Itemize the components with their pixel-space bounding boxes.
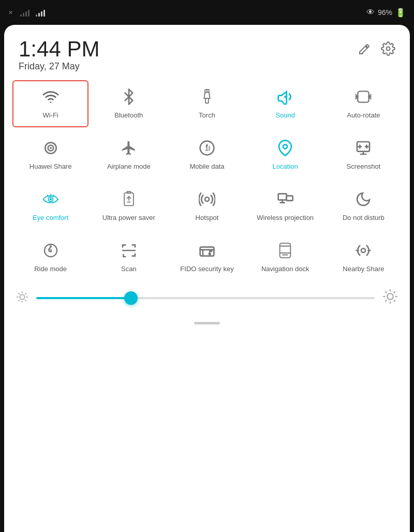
battery-percent: 96%	[378, 8, 392, 17]
svg-text:1l: 1l	[205, 145, 210, 152]
svg-line-68	[386, 300, 387, 301]
brightness-max-icon	[383, 289, 397, 307]
do-not-disturb-label: Do not disturb	[343, 214, 385, 223]
do-not-disturb-icon	[355, 190, 372, 209]
status-bar-left: ✕	[8, 8, 45, 17]
svg-line-69	[394, 292, 395, 293]
tile-nav-dock[interactable]: Navigation dock	[247, 234, 323, 281]
row-divider-3	[4, 230, 410, 234]
mobile-data-icon: 1l	[199, 139, 215, 157]
huawei-share-icon	[42, 139, 59, 157]
eye-comfort-label: Eye comfort	[33, 214, 68, 223]
hotspot-icon	[199, 190, 215, 209]
header-icons	[358, 37, 395, 59]
battery-icon: 🔋	[395, 8, 406, 18]
tile-sound[interactable]: Sound	[247, 80, 323, 127]
svg-point-49	[361, 248, 365, 253]
settings-icon[interactable]	[381, 41, 395, 59]
svg-point-12	[50, 147, 52, 149]
svg-point-52	[20, 294, 24, 299]
svg-line-56	[25, 300, 26, 301]
tile-huawei-share[interactable]: Huawei Share	[12, 131, 88, 179]
tile-location[interactable]: Location	[247, 131, 323, 179]
svg-rect-4	[205, 98, 209, 103]
nav-dock-icon	[277, 241, 293, 260]
svg-rect-45	[280, 243, 291, 258]
svg-point-2	[50, 102, 51, 104]
ultra-power-label: Ultra power saver	[102, 214, 155, 223]
svg-line-60	[25, 293, 26, 294]
signal-bars	[36, 8, 45, 17]
hotspot-label: Hotspot	[196, 214, 219, 223]
tiles-row-2: Huawei Share Airplane mode 1l	[4, 131, 410, 179]
tiles-row-3: Eye comfort Ultra power saver	[4, 183, 410, 230]
torch-label: Torch	[199, 111, 215, 120]
svg-point-6	[284, 96, 286, 98]
location-icon	[277, 139, 293, 157]
svg-point-33	[205, 197, 209, 201]
status-bar-right: 👁 96% 🔋	[366, 8, 406, 18]
wifi-icon	[42, 87, 59, 106]
sound-icon	[277, 87, 293, 106]
svg-line-55	[19, 293, 19, 294]
torch-icon	[199, 87, 215, 106]
brightness-thumb[interactable]	[124, 291, 138, 305]
svg-line-65	[394, 300, 395, 301]
tile-ride-mode[interactable]: Ride mode	[12, 234, 88, 281]
brightness-fill	[36, 297, 131, 299]
svg-point-1	[387, 47, 390, 51]
tile-screenshot[interactable]: Screenshot	[326, 131, 402, 179]
tile-scan[interactable]: Scan	[91, 234, 167, 281]
huawei-share-label: Huawei Share	[29, 162, 72, 171]
ultra-power-icon	[121, 190, 137, 209]
brightness-row	[4, 281, 410, 316]
tile-ultra-power[interactable]: Ultra power saver	[91, 183, 167, 230]
svg-point-16	[283, 144, 287, 149]
autorotate-label: Auto-rotate	[347, 111, 380, 120]
mobile-data-label: Mobile data	[189, 162, 224, 171]
tile-autorotate[interactable]: Auto-rotate	[326, 80, 402, 127]
screenshot-icon	[355, 139, 372, 157]
row-divider-2	[4, 179, 410, 183]
svg-rect-7	[358, 92, 369, 102]
tile-wifi[interactable]: Wi-Fi	[12, 80, 88, 127]
nav-dock-label: Navigation dock	[261, 265, 309, 274]
tiles-row-1: Wi-Fi Bluetooth	[4, 80, 410, 127]
tile-eye-comfort[interactable]: Eye comfort	[12, 183, 88, 230]
svg-point-61	[387, 293, 393, 300]
tile-do-not-disturb[interactable]: Do not disturb	[326, 183, 402, 230]
sound-label: Sound	[275, 111, 295, 120]
airplane-label: Airplane mode	[107, 162, 151, 171]
signal-no-service	[20, 8, 29, 17]
nearby-share-label: Nearby Share	[343, 265, 384, 274]
svg-point-39	[50, 245, 52, 247]
svg-rect-35	[287, 196, 293, 200]
tile-mobile-data[interactable]: 1l Mobile data	[169, 131, 245, 179]
bottom-handle[interactable]	[4, 316, 410, 324]
scan-label: Scan	[121, 265, 137, 274]
tile-airplane[interactable]: Airplane mode	[91, 131, 167, 179]
edit-icon[interactable]	[358, 43, 371, 58]
bluetooth-icon	[121, 87, 137, 106]
tile-nearby-share[interactable]: Nearby Share	[326, 234, 402, 281]
status-bar: ✕ 👁 96% 🔋	[0, 0, 414, 25]
nearby-share-icon	[355, 241, 372, 260]
eye-comfort-icon	[42, 190, 59, 209]
row-divider-1	[4, 127, 410, 131]
svg-line-59	[19, 300, 19, 301]
tile-fido[interactable]: FIDO security key	[169, 234, 245, 281]
brightness-slider[interactable]	[36, 297, 375, 299]
brightness-min-icon	[17, 291, 28, 305]
fido-icon	[199, 241, 215, 260]
svg-rect-34	[278, 194, 287, 200]
svg-point-25	[49, 198, 51, 200]
tile-torch[interactable]: Torch	[169, 80, 245, 127]
x-mark: ✕	[8, 9, 13, 16]
svg-line-64	[386, 292, 387, 293]
tile-hotspot[interactable]: Hotspot	[169, 183, 245, 230]
tile-bluetooth[interactable]: Bluetooth	[91, 80, 167, 127]
time-display: 1:44 PM	[19, 37, 99, 61]
tile-wireless-projection[interactable]: Wireless projection	[247, 183, 323, 230]
ride-mode-label: Ride mode	[34, 265, 67, 274]
screenshot-label: Screenshot	[347, 162, 381, 171]
